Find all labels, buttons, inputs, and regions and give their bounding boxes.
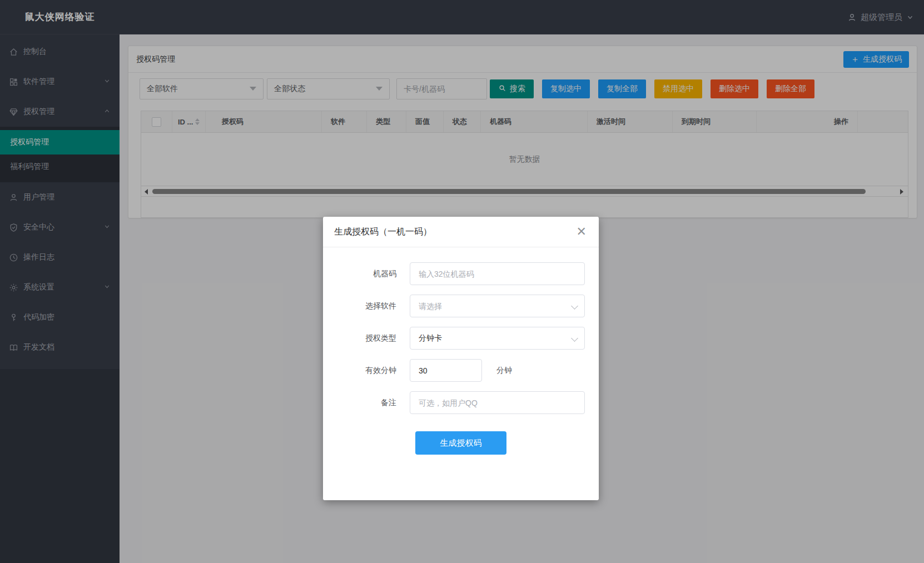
valid-minutes-input[interactable] [410,359,482,382]
valid-minutes-label: 有效分钟 [323,366,396,376]
machine-code-label: 机器码 [323,269,396,279]
software-select-wrap [410,295,585,317]
minutes-suffix-label: 分钟 [496,366,512,376]
remark-input[interactable] [410,391,585,414]
select-software-row: 选择软件 [323,295,585,317]
generate-submit-button[interactable]: 生成授权码 [415,431,506,455]
remark-field-wrap [410,391,585,414]
machine-code-row: 机器码 [323,262,585,285]
valid-minutes-field-wrap [410,359,482,382]
remark-label: 备注 [323,398,396,408]
machine-code-input[interactable] [410,262,585,285]
app-root: 鼠大侠网络验证 超级管理员 控制台 [0,0,924,563]
auth-type-label: 授权类型 [323,333,396,343]
modal-body: 机器码 选择软件 授权类型 有效分钟 [323,247,599,455]
remark-row: 备注 [323,391,585,414]
auth-type-row: 授权类型 [323,327,585,350]
modal-title: 生成授权码（一机一码） [334,226,432,238]
valid-minutes-row: 有效分钟 分钟 [323,359,585,382]
auth-type-select-wrap [410,327,585,350]
auth-type-select[interactable] [410,327,585,350]
machine-code-field-wrap [410,262,585,285]
modal-header: 生成授权码（一机一码） ✕ [323,217,599,247]
generate-auth-code-modal: 生成授权码（一机一码） ✕ 机器码 选择软件 授权类型 [323,217,599,500]
close-icon[interactable]: ✕ [575,225,588,239]
software-select[interactable] [410,295,585,317]
select-software-label: 选择软件 [323,301,396,311]
